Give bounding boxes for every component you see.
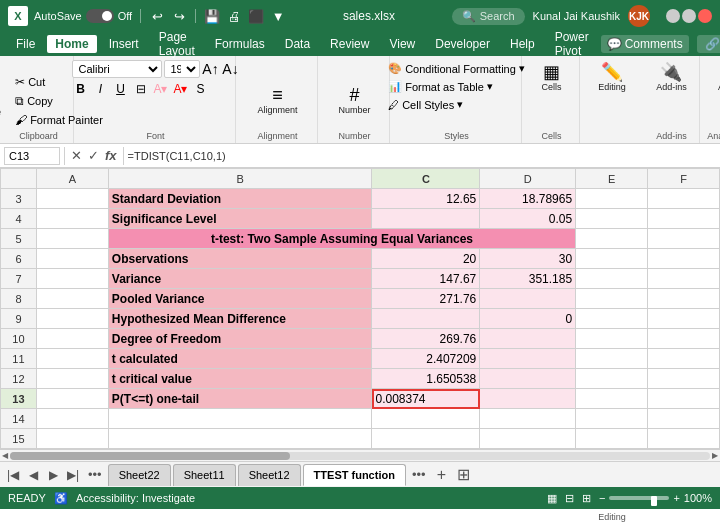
cell-d11[interactable] [480,349,576,369]
cell-b12[interactable]: t critical value [108,369,372,389]
cell-f12[interactable] [648,369,720,389]
cell-a10[interactable] [36,329,108,349]
row-header-7[interactable]: 7 [1,269,37,289]
cell-b15[interactable] [108,429,372,449]
tab-options-button[interactable]: ⊞ [454,465,474,485]
cell-f15[interactable] [648,429,720,449]
cell-e4[interactable] [576,209,648,229]
italic-button[interactable]: I [92,80,110,98]
formula-input[interactable]: =TDIST(C11,C10,1) [128,150,716,162]
row-header-15[interactable]: 15 [1,429,37,449]
increase-font-button[interactable]: A↑ [202,60,220,78]
tab-nav-prev[interactable]: ◀ [24,466,42,484]
cell-b5[interactable]: t-test: Two Sample Assuming Equal Varian… [108,229,575,249]
cell-f5[interactable] [648,229,720,249]
col-header-e[interactable]: E [576,169,648,189]
cell-c14[interactable] [372,409,480,429]
cell-f11[interactable] [648,349,720,369]
cell-e7[interactable] [576,269,648,289]
tab-nav-next[interactable]: ▶ [44,466,62,484]
col-header-c[interactable]: C [372,169,480,189]
cell-a7[interactable] [36,269,108,289]
cell-b7[interactable]: Variance [108,269,372,289]
row-header-4[interactable]: 4 [1,209,37,229]
cell-b8[interactable]: Pooled Variance [108,289,372,309]
cell-c9[interactable] [372,309,480,329]
scroll-left-button[interactable]: ◀ [2,451,8,460]
sheet-tab-sheet12[interactable]: Sheet12 [238,464,301,486]
cell-e15[interactable] [576,429,648,449]
cell-b11[interactable]: t calculated [108,349,372,369]
menu-formulas[interactable]: Formulas [207,35,273,53]
cell-a14[interactable] [36,409,108,429]
cell-d12[interactable] [480,369,576,389]
redo-icon[interactable]: ↪ [171,8,187,24]
cell-c6[interactable]: 20 [372,249,480,269]
cell-c15[interactable] [372,429,480,449]
row-header-11[interactable]: 11 [1,349,37,369]
number-button[interactable]: # Number [332,83,376,118]
cell-a12[interactable] [36,369,108,389]
cell-f7[interactable] [648,269,720,289]
sheet-tab-sheet22[interactable]: Sheet22 [108,464,171,486]
menu-help[interactable]: Help [502,35,543,53]
col-header-f[interactable]: F [648,169,720,189]
cell-e13[interactable] [576,389,648,409]
cell-f14[interactable] [648,409,720,429]
cell-e12[interactable] [576,369,648,389]
undo2-icon[interactable]: ⬛ [248,8,264,24]
cell-d14[interactable] [480,409,576,429]
view-page-icon[interactable]: ⊞ [582,492,591,505]
col-header-d[interactable]: D [480,169,576,189]
conditional-formatting-button[interactable]: 🎨 Conditional Formatting ▾ [384,60,529,77]
menu-developer[interactable]: Developer [427,35,498,53]
row-header-9[interactable]: 9 [1,309,37,329]
font-color-button[interactable]: A▾ [172,80,190,98]
cell-b10[interactable]: Degree of Freedom [108,329,372,349]
cell-c11[interactable]: 2.407209 [372,349,480,369]
alignment-button[interactable]: ≡ Alignment [251,83,303,118]
fill-color-button[interactable]: A▾ [152,80,170,98]
sheet-tab-ttest[interactable]: TTEST function [303,464,406,486]
cell-e5[interactable] [576,229,648,249]
cell-e3[interactable] [576,189,648,209]
undo-icon[interactable]: ↩ [149,8,165,24]
comments-button[interactable]: 💬 Comments [601,35,689,53]
tab-nav-last[interactable]: ▶| [64,466,82,484]
cell-d3[interactable]: 18.78965 [480,189,576,209]
cell-reference-box[interactable]: C13 [4,147,60,165]
decrease-font-button[interactable]: A↓ [222,60,240,78]
cell-e9[interactable] [576,309,648,329]
autosave-toggle[interactable] [86,9,114,23]
zoom-slider[interactable] [609,496,669,500]
cancel-formula-icon[interactable]: ✕ [69,147,84,164]
format-as-table-button[interactable]: 📊 Format as Table ▾ [384,78,529,95]
underline-button[interactable]: U [112,80,130,98]
row-header-3[interactable]: 3 [1,189,37,209]
cell-styles-dropdown[interactable]: ▾ [457,98,463,111]
cells-button[interactable]: ▦ Cells [534,60,570,95]
add-sheet-button[interactable]: + [432,465,452,485]
close-button[interactable] [698,9,712,23]
cell-c13[interactable]: 0.008374 [372,389,480,409]
cell-a8[interactable] [36,289,108,309]
cell-b13[interactable]: P(T<=t) one-tail [108,389,372,409]
scroll-track[interactable] [10,452,710,460]
cell-e6[interactable] [576,249,648,269]
row-header-5[interactable]: 5 [1,229,37,249]
sheet-tab-sheet11[interactable]: Sheet11 [173,464,236,486]
cell-f8[interactable] [648,289,720,309]
col-header-a[interactable]: A [36,169,108,189]
col-header-b[interactable]: B [108,169,372,189]
menu-view[interactable]: View [381,35,423,53]
maximize-button[interactable] [682,9,696,23]
cell-b3[interactable]: Standard Deviation [108,189,372,209]
cell-a13[interactable] [36,389,108,409]
accessibility-label[interactable]: Accessibility: Investigate [76,492,195,504]
view-layout-icon[interactable]: ⊟ [565,492,574,505]
minimize-button[interactable] [666,9,680,23]
cell-b14[interactable] [108,409,372,429]
more-tabs-button[interactable]: ••• [84,467,106,482]
confirm-formula-icon[interactable]: ✓ [86,147,101,164]
cell-d8[interactable] [480,289,576,309]
